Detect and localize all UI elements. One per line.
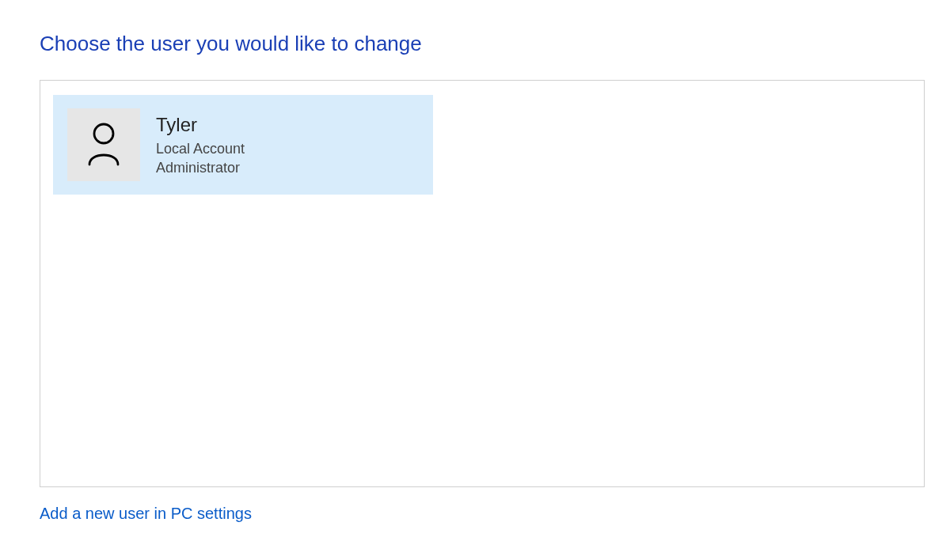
user-role: Administrator: [156, 158, 245, 177]
user-info: Tyler Local Account Administrator: [156, 112, 245, 178]
page-title: Choose the user you would like to change: [40, 32, 914, 56]
add-user-link[interactable]: Add a new user in PC settings: [40, 505, 252, 523]
user-account-type: Local Account: [156, 139, 245, 158]
user-name: Tyler: [156, 112, 245, 138]
svg-point-0: [94, 124, 113, 143]
user-list-container: Tyler Local Account Administrator: [40, 80, 925, 487]
user-tile[interactable]: Tyler Local Account Administrator: [53, 95, 433, 195]
person-icon: [85, 120, 123, 169]
user-avatar: [67, 108, 140, 181]
